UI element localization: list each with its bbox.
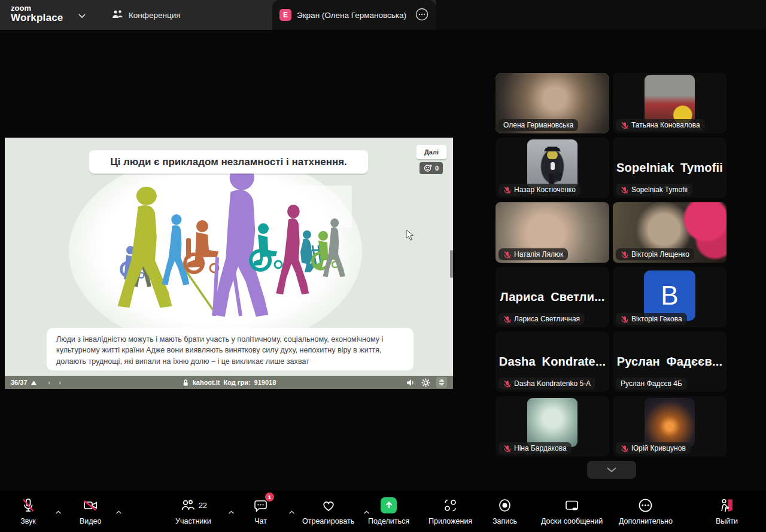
volume-icon[interactable]	[406, 379, 415, 387]
slide-progress: 36/37	[11, 379, 28, 386]
participant-name: Dasha Kondratenko 5-А	[514, 379, 591, 388]
participant-name: Ніна Бардакова	[514, 444, 567, 452]
record-icon	[497, 496, 513, 514]
participants-button[interactable]: 22 Участники	[175, 496, 211, 525]
chat-options-chevron[interactable]	[288, 508, 295, 516]
participant-name-pill: Олена Германовська	[498, 119, 578, 131]
toolbar-label: Видео	[80, 517, 102, 525]
participant-tile[interactable]: B Вікторія Гекова	[613, 267, 727, 327]
participant-name: Вікторія Гекова	[631, 315, 682, 323]
show-more-participants-button[interactable]	[587, 461, 636, 479]
audio-options-chevron[interactable]	[55, 508, 62, 516]
chevron-down-icon[interactable]	[78, 10, 86, 21]
chevron-down-icon	[606, 467, 617, 473]
mute-audio-button[interactable]: Звук	[20, 496, 36, 525]
participant-name: Sopelniak Tymofii	[631, 186, 688, 194]
participant-name: Олена Германовська	[503, 121, 573, 129]
zoom-workplace-logo: zoom Workplace	[11, 4, 63, 23]
participants-icon	[111, 9, 123, 22]
next-button[interactable]: Далі	[417, 145, 446, 159]
react-button[interactable]: Отреагировать	[302, 496, 354, 525]
settings-gear-icon[interactable]	[421, 378, 430, 387]
roblox-avatar-figure	[527, 139, 577, 189]
mic-muted-icon	[621, 186, 628, 194]
ellipsis-circle-icon	[637, 496, 653, 514]
participant-avatar	[527, 398, 577, 447]
participants-grid: Олена Германовська Татьяна Коновалова	[496, 73, 727, 457]
triangle-up-icon	[31, 381, 37, 385]
participant-name-pill: Татьяна Коновалова	[616, 119, 705, 131]
video-options-chevron[interactable]	[115, 508, 122, 516]
leave-button[interactable]: Выйти	[716, 496, 738, 525]
reaction-count: 0	[435, 165, 439, 172]
participant-tile[interactable]: Ніна Бардакова	[496, 396, 609, 457]
tab-meeting[interactable]: Конференция	[111, 0, 181, 30]
mic-muted-icon	[20, 496, 36, 514]
scrollbar-thumb[interactable]	[450, 250, 453, 278]
participant-tile[interactable]: Вікторія Лещенко	[613, 202, 727, 263]
mic-muted-icon	[621, 121, 628, 129]
participant-name: Татьяна Коновалова	[631, 121, 700, 129]
mic-muted-icon	[503, 251, 511, 259]
screen-share-badge: E	[279, 9, 291, 21]
whiteboards-button[interactable]: Доски сообщений	[541, 496, 603, 525]
participant-avatar	[645, 398, 695, 447]
participant-tile[interactable]: Наталія Лялюк	[496, 202, 609, 263]
participant-name: Юрій Кривцунов	[631, 444, 686, 452]
heart-icon	[320, 496, 337, 514]
mic-muted-icon	[503, 315, 511, 323]
participant-name: Руслан Фадєєв 4Б	[621, 379, 682, 388]
mic-muted-icon	[503, 380, 511, 388]
participant-name: Назар Костюченко	[514, 186, 576, 194]
participants-count: 22	[199, 501, 207, 510]
toolbar-label: Дополнительно	[619, 517, 673, 525]
participant-name-pill: Наталія Лялюк	[498, 248, 568, 260]
top-bar-spacer	[436, 0, 766, 30]
more-button[interactable]: Дополнительно	[619, 496, 673, 525]
participant-tile[interactable]: Назар Костюченко	[496, 138, 609, 198]
participant-avatar	[527, 139, 577, 189]
game-pin-label: Код гри:	[224, 379, 251, 386]
participant-name: Лариса Светличная	[514, 315, 580, 323]
mic-muted-icon	[621, 251, 628, 259]
tab-options-ellipsis-icon[interactable]	[415, 8, 428, 23]
apps-button[interactable]: Приложения	[428, 496, 472, 525]
leave-meeting-icon	[719, 496, 735, 514]
toolbar-label: Поделиться	[368, 517, 409, 525]
participant-name: Вікторія Лещенко	[631, 250, 689, 259]
tab-screen-label: Экран (Олена Германовська)	[297, 11, 406, 20]
tab-screen-share[interactable]: E Экран (Олена Германовська)	[272, 0, 436, 30]
slide-body-text: Люди з інвалідністю можуть і мають брати…	[47, 328, 414, 370]
mouse-cursor	[406, 229, 414, 241]
prev-slide-button[interactable]: ‹	[48, 379, 51, 386]
mic-muted-icon	[503, 186, 511, 194]
smiley-plus-icon	[424, 164, 433, 173]
toolbar-label: Запись	[493, 517, 517, 525]
start-video-button[interactable]: Видео	[80, 496, 102, 525]
participant-tile[interactable]: Sopelniak Tymofii Sopelniak Tymofii	[613, 138, 727, 198]
participant-name-pill: Sopelniak Tymofii	[616, 184, 692, 196]
chat-unread-badge: 1	[265, 493, 274, 501]
participants-options-chevron[interactable]	[228, 508, 235, 516]
next-slide-button[interactable]: ›	[59, 379, 61, 386]
participant-tile[interactable]: Лариса Светли... Лариса Светличная	[496, 267, 609, 327]
fullscreen-button[interactable]	[436, 377, 447, 388]
logo-line1: zoom	[11, 4, 63, 13]
participant-tile[interactable]: Татьяна Коновалова	[613, 73, 727, 133]
mic-muted-icon	[621, 445, 628, 452]
mic-muted-icon	[503, 445, 511, 452]
share-screen-button[interactable]: Поделиться	[368, 496, 409, 525]
reaction-counter[interactable]: 0	[420, 162, 443, 174]
whiteboard-icon	[564, 496, 580, 514]
participant-tile[interactable]: Олена Германовська	[496, 73, 609, 133]
chat-button[interactable]: 1 Чат	[253, 496, 269, 525]
apps-icon	[442, 496, 458, 514]
participant-tile[interactable]: Dasha Kondrate... Dasha Kondratenko 5-А	[496, 332, 609, 392]
record-button[interactable]: Запись	[493, 496, 517, 525]
participant-name-pill: Назар Костюченко	[498, 184, 580, 196]
participant-tile[interactable]: Руслан Фадєєв... Руслан Фадєєв 4Б	[613, 332, 727, 392]
participant-tile[interactable]: Юрій Кривцунов	[613, 396, 727, 457]
toolbar-label: Приложения	[428, 517, 472, 525]
participant-name-pill: Вікторія Лещенко	[616, 248, 694, 260]
toolbar-label: Чат	[254, 517, 267, 525]
